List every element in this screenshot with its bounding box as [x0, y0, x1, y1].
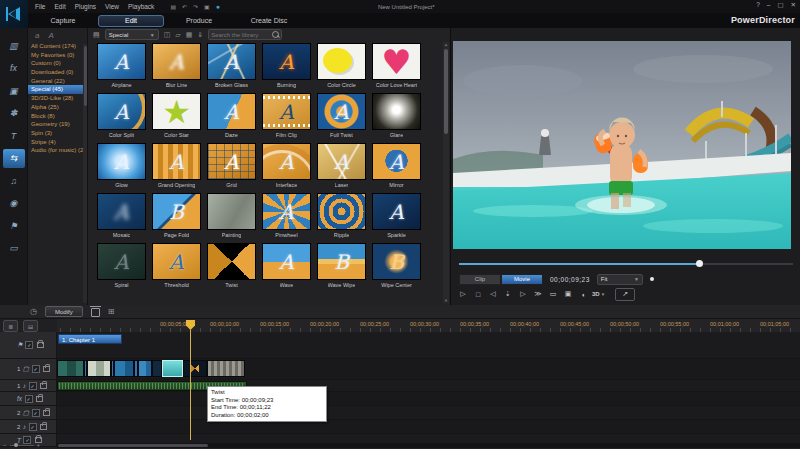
tab-produce[interactable]: Produce: [164, 17, 234, 24]
category-downloaded[interactable]: Downloaded (0): [28, 68, 87, 77]
copy-icon[interactable]: ◫: [164, 31, 171, 39]
title-room[interactable]: T: [3, 126, 25, 145]
undo-icon[interactable]: ↶: [182, 3, 187, 10]
track-lock-icon[interactable]: [40, 383, 47, 389]
maximize-button[interactable]: ▢: [777, 1, 783, 9]
audio-track-header[interactable]: 2♪✓: [0, 420, 57, 433]
video-clip[interactable]: [207, 360, 245, 377]
media-room[interactable]: ▥: [3, 36, 25, 55]
transition-airplane[interactable]: AAirplane: [94, 43, 149, 88]
zoom-slider-handle[interactable]: [14, 443, 18, 447]
transition-glare[interactable]: Glare: [369, 93, 424, 138]
video-clip[interactable]: [87, 360, 111, 377]
category-audio-for-music[interactable]: Audio (for music) (2): [28, 146, 87, 155]
transition-daze[interactable]: ADaze: [204, 93, 259, 138]
3d-button[interactable]: 3D▼: [591, 289, 606, 300]
zoom-slider[interactable]: [10, 445, 34, 446]
menu-file[interactable]: File: [35, 3, 45, 10]
tab-edit[interactable]: Edit: [98, 15, 164, 27]
twist-transition[interactable]: [183, 360, 207, 377]
category-scrollbar[interactable]: [83, 44, 87, 303]
screen-capture-icon[interactable]: ▣: [204, 3, 210, 10]
voice-over-room[interactable]: ◉: [3, 194, 25, 213]
category-stripe[interactable]: Stripe (4): [28, 138, 87, 147]
video-clip[interactable]: [138, 360, 152, 377]
category-alpha[interactable]: Alpha (25): [28, 103, 87, 112]
track-enable-checkbox[interactable]: ✓: [32, 409, 40, 417]
menu-playback[interactable]: Playback: [128, 3, 154, 10]
transition-wipe-center[interactable]: BWipe Center: [369, 243, 424, 288]
transition-broken-glass[interactable]: ABroken Glass: [204, 43, 259, 88]
chapter-marker[interactable]: 1. Chapter 1: [58, 334, 122, 344]
display-mode-icon[interactable]: ▦: [186, 31, 193, 39]
track-enable-checkbox[interactable]: ✓: [29, 382, 37, 390]
category-spin[interactable]: Spin (3): [28, 129, 87, 138]
category-block[interactable]: Block (8): [28, 112, 87, 121]
stop-button[interactable]: □: [471, 289, 485, 300]
track-lock-icon[interactable]: [37, 342, 44, 348]
seek-handle[interactable]: [696, 260, 703, 267]
track-lock-icon[interactable]: [43, 410, 50, 416]
modify-button[interactable]: Modify: [45, 306, 83, 317]
category-special[interactable]: Special (45): [28, 85, 87, 94]
movie-mode-button[interactable]: Movie: [501, 274, 543, 285]
paste-icon[interactable]: ▱: [175, 31, 180, 39]
track-manager-button[interactable]: ≣: [3, 320, 18, 332]
transition-wave[interactable]: AWave: [259, 243, 314, 288]
library-scrollbar[interactable]: ▲ ▼: [443, 42, 449, 303]
category-custom[interactable]: Custom (0): [28, 59, 87, 68]
transition-color-love-heart[interactable]: ♥Color Love Heart: [369, 43, 424, 88]
transition-color-split[interactable]: AColor Split: [94, 93, 149, 138]
track-enable-checkbox[interactable]: ✓: [29, 423, 37, 431]
power-tools-icon[interactable]: ◷: [30, 307, 37, 316]
chapter-room[interactable]: ⚑: [3, 216, 25, 235]
audio-track-content[interactable]: [57, 420, 800, 433]
menu-edit[interactable]: Edit: [54, 3, 65, 10]
scroll-thumb[interactable]: [444, 49, 448, 134]
timeline-ruler[interactable]: 00;00;05;0000;00;10;0000;00;15;0000;00;2…: [57, 319, 800, 333]
effect-room[interactable]: fx: [3, 59, 25, 78]
track-enable-checkbox[interactable]: ✓: [32, 365, 40, 373]
transition-mirror[interactable]: AMirror: [369, 143, 424, 188]
transition-pinwheel[interactable]: APinwheel: [259, 193, 314, 238]
scroll-thumb[interactable]: [58, 444, 208, 447]
scroll-up-icon[interactable]: ▲: [444, 42, 448, 47]
audio-mixing-room[interactable]: ♫: [3, 171, 25, 190]
transition-grand-opening[interactable]: AGrand Opening: [149, 143, 204, 188]
track-lock-icon[interactable]: [40, 424, 47, 430]
menu-plugins[interactable]: Plugins: [75, 3, 96, 10]
audio-track-content[interactable]: [57, 380, 800, 391]
share-button[interactable]: ↗: [615, 288, 635, 301]
track-enable-checkbox[interactable]: ✓: [25, 395, 33, 403]
transition-film-clip[interactable]: AFilm Clip: [259, 93, 314, 138]
directorzone-icon[interactable]: ●: [216, 3, 220, 10]
transition-wave-wipe[interactable]: BWave Wipe: [314, 243, 369, 288]
category-geometry[interactable]: Geometry (19): [28, 120, 87, 129]
video-clip[interactable]: [57, 360, 84, 377]
transition-spiral[interactable]: ASpiral: [94, 243, 149, 288]
preview-window-button[interactable]: ▭: [546, 289, 560, 300]
category-general[interactable]: General (22): [28, 77, 87, 86]
chapter-track-header[interactable]: ⚑✓: [0, 332, 57, 358]
transition-color-circle[interactable]: Color Circle: [314, 43, 369, 88]
transition-laser[interactable]: ALaser: [314, 143, 369, 188]
transition-full-twist[interactable]: AFull Twist: [314, 93, 369, 138]
transition-mosaic[interactable]: AMosaic: [94, 193, 149, 238]
library-menu-icon[interactable]: ▤: [93, 31, 100, 39]
preview-seek-bar[interactable]: [459, 261, 793, 267]
transition-threshold[interactable]: AThreshold: [149, 243, 204, 288]
save-icon[interactable]: ▤: [170, 3, 176, 10]
video-clip[interactable]: [152, 360, 162, 377]
volume-button[interactable]: ◖: [576, 289, 590, 300]
menu-view[interactable]: View: [105, 3, 119, 10]
audio-track-header[interactable]: 1♪✓: [0, 380, 57, 391]
transition-grid[interactable]: AGrid: [204, 143, 259, 188]
transition-painting[interactable]: Painting: [204, 193, 259, 238]
transition-color-star[interactable]: ★Color Star: [149, 93, 204, 138]
pack-project-icon[interactable]: ⊞: [108, 307, 115, 316]
zoom-fit-dropdown[interactable]: Fit ▼: [597, 274, 643, 285]
redo-icon[interactable]: ↷: [193, 3, 198, 10]
tab-capture[interactable]: Capture: [28, 17, 98, 24]
fast-forward-button[interactable]: ≫: [531, 289, 545, 300]
video-track-header[interactable]: 2▢✓: [0, 406, 57, 419]
